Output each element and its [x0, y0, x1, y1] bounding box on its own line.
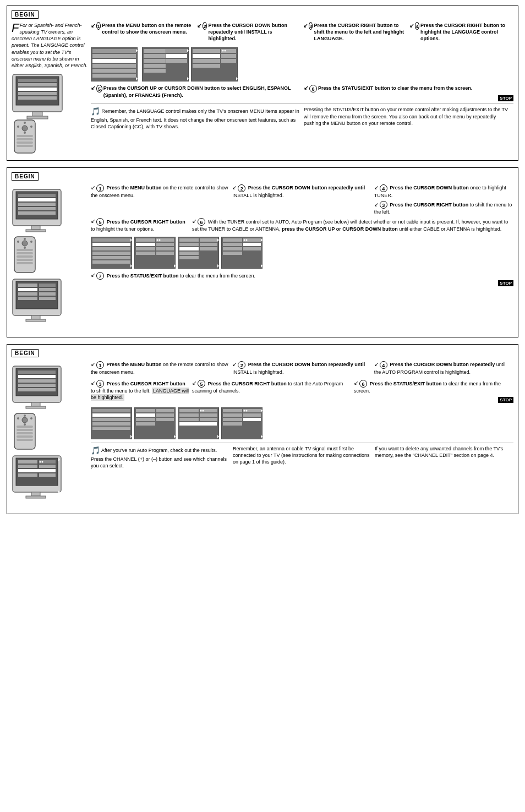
- section1-left: F For or Spanish- and French-speaking TV…: [12, 22, 89, 156]
- svg-point-17: [24, 122, 26, 124]
- svg-rect-21: [92, 54, 136, 58]
- s2-screen3: [178, 237, 219, 270]
- svg-rect-86: [92, 252, 130, 255]
- svg-rect-119: [223, 247, 242, 250]
- s2-screen3-svg: [178, 237, 219, 269]
- svg-rect-110: [179, 252, 199, 255]
- svg-rect-130: [18, 379, 56, 383]
- s3-step1: ↙1 Press the MENU button on the remote c…: [91, 361, 230, 378]
- svg-rect-63: [17, 255, 33, 258]
- steps-5-6: ↙ 5 Press the CURSOR UP or CURSOR DOWN b…: [91, 85, 513, 101]
- illustration-2: [12, 188, 89, 333]
- s3-note3-text: If you want to delete any unwanted chann…: [375, 446, 503, 458]
- s2-step1: ↙1 Press the MENU button on the remote c…: [91, 184, 230, 216]
- svg-rect-8: [27, 116, 48, 119]
- svg-rect-175: [136, 418, 155, 421]
- bottom-notes-3: 🎵 After you've run Auto Program, check o…: [91, 443, 513, 469]
- svg-point-100: [157, 239, 158, 241]
- svg-rect-115: [223, 238, 242, 242]
- begin-tag-3: BEGIN: [12, 349, 39, 357]
- svg-point-67: [30, 241, 32, 243]
- svg-rect-134: [26, 406, 46, 408]
- stop-badge-1: STOP: [498, 95, 513, 101]
- remote-tv-svg: [12, 73, 83, 156]
- stop-badge-2: STOP: [498, 280, 513, 286]
- screen2: [142, 47, 189, 83]
- s2-screen4-svg: [221, 237, 262, 269]
- svg-rect-78: [18, 297, 37, 300]
- screens-row-2: [91, 237, 513, 270]
- svg-point-158: [48, 470, 50, 471]
- svg-point-144: [24, 415, 26, 417]
- svg-rect-72: [18, 284, 37, 287]
- svg-rect-128: [18, 370, 56, 374]
- svg-rect-74: [18, 288, 37, 291]
- svg-rect-52: [18, 194, 56, 197]
- svg-rect-111: [179, 256, 199, 259]
- svg-rect-154: [39, 473, 56, 477]
- svg-rect-117: [223, 243, 242, 246]
- svg-rect-35: [144, 64, 166, 68]
- svg-rect-150: [18, 465, 37, 468]
- svg-rect-121: [223, 252, 242, 255]
- svg-rect-24: [92, 69, 136, 73]
- svg-rect-14: [17, 145, 33, 147]
- s3-note1-text: After you've run Auto Program, check out…: [91, 448, 227, 468]
- s2-screen2: [134, 237, 176, 270]
- svg-point-200: [249, 418, 251, 420]
- s2-screen1: [91, 237, 132, 270]
- s2-screen1-svg: [91, 237, 132, 269]
- svg-rect-40: [193, 49, 220, 53]
- svg-rect-83: [92, 238, 130, 242]
- begin-tag-2: BEGIN: [12, 172, 39, 181]
- remote-tv-svg-3: [12, 365, 78, 508]
- step6-text: Press the STATUS/EXIT button to clear th…: [318, 85, 472, 91]
- step-4-col: ↙ 4 Press the CURSOR RIGHT button to hig…: [409, 22, 513, 43]
- step5-right: ↙ 5 Press the CURSOR UP or CURSOR DOWN b…: [91, 85, 300, 101]
- svg-point-201: [251, 418, 253, 420]
- svg-rect-54: [18, 203, 56, 206]
- screen1: [91, 47, 138, 83]
- svg-rect-44: [193, 59, 220, 63]
- svg-rect-186: [179, 422, 217, 426]
- section2: BEGIN: [7, 167, 518, 337]
- svg-rect-140: [17, 435, 33, 438]
- svg-rect-32: [166, 54, 187, 58]
- svg-point-18: [24, 132, 26, 134]
- svg-rect-7: [32, 112, 42, 116]
- step6-num: 6: [309, 85, 317, 92]
- svg-rect-42: [193, 54, 220, 58]
- svg-rect-177: [136, 422, 155, 426]
- svg-rect-56: [18, 211, 56, 215]
- s3-step3: ↙3 Press the CURSOR RIGHT button to shif…: [91, 380, 190, 403]
- svg-rect-36: [144, 69, 166, 73]
- step3-num: 3: [309, 22, 313, 30]
- svg-rect-141: [17, 439, 33, 441]
- svg-rect-84: [92, 243, 130, 246]
- steps-grid-1: ↙ 1 Press the MENU button on the remote …: [91, 22, 513, 43]
- svg-rect-77: [39, 292, 56, 296]
- s3-note2-text: Remember, an antenna or cable TV signal …: [233, 446, 369, 465]
- s3-step6: ↙6 Press the STATUS/EXIT button to clear…: [354, 380, 513, 403]
- screen1-svg: [91, 47, 138, 81]
- svg-rect-129: [18, 375, 56, 378]
- svg-rect-109: [200, 247, 217, 250]
- svg-point-122: [244, 239, 245, 241]
- svg-rect-2: [18, 79, 57, 82]
- svg-rect-31: [144, 54, 166, 58]
- svg-rect-79: [39, 297, 56, 300]
- s3-screen4: [221, 407, 262, 440]
- bottom-notes-1: 🎵 Remember, the LANGUAGE control makes o…: [91, 103, 513, 130]
- svg-point-188: [203, 410, 204, 411]
- svg-rect-120: [243, 247, 261, 250]
- svg-rect-108: [179, 247, 199, 250]
- svg-rect-191: [223, 409, 242, 412]
- svg-point-187: [200, 410, 202, 411]
- svg-rect-87: [92, 256, 130, 259]
- s2-step7: ↙7 Press the STATUS/EXIT button to clear…: [91, 272, 513, 286]
- svg-rect-148: [18, 460, 37, 464]
- svg-rect-23: [92, 64, 136, 68]
- svg-rect-29: [144, 49, 166, 53]
- svg-rect-62: [17, 252, 33, 254]
- s2-steps-mid: ↙5 Press the CURSOR RIGHT button to high…: [91, 218, 513, 232]
